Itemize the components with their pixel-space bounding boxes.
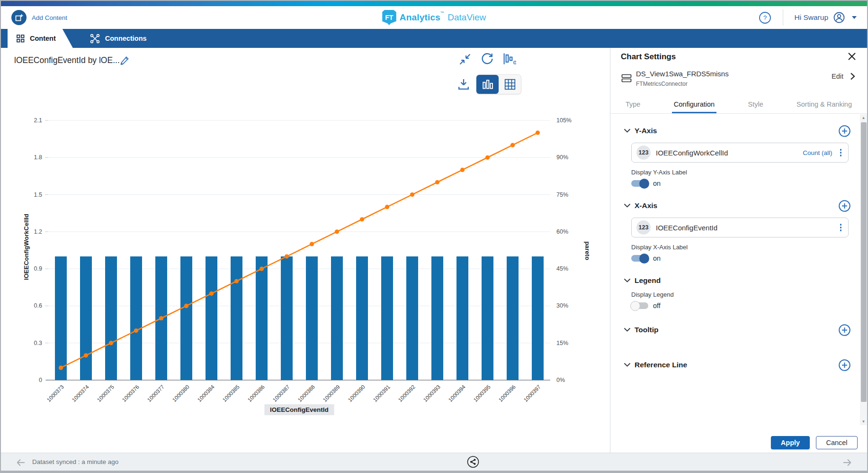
x-axis-field-name: IOEEConfigEventId <box>656 224 717 232</box>
add-content-button[interactable]: Add Content <box>11 10 67 25</box>
y-axis-title: lOEEConfigWorkCellId <box>23 214 30 280</box>
right-axis-tick-label: 45% <box>556 265 568 272</box>
pareto-point[interactable] <box>536 130 540 135</box>
tab-style[interactable]: Style <box>746 96 765 113</box>
bar[interactable] <box>105 256 117 380</box>
display-legend-toggle[interactable] <box>631 302 648 309</box>
tab-sorting-ranking[interactable]: Sorting & Ranking <box>795 96 854 113</box>
pareto-point[interactable] <box>260 267 264 271</box>
pareto-point[interactable] <box>310 242 314 246</box>
pareto-point[interactable] <box>510 143 515 147</box>
display-y-axis-toggle-row: on <box>631 180 851 187</box>
bar[interactable] <box>507 256 519 380</box>
user-greeting: Hi Swarup <box>795 13 829 22</box>
x-axis-tick-label: 1000376 <box>121 384 140 403</box>
close-icon[interactable] <box>847 52 857 63</box>
bar[interactable] <box>231 256 242 380</box>
pareto-point[interactable] <box>109 341 113 345</box>
scrollbar-down-arrow[interactable]: ▼ <box>860 418 867 425</box>
bar[interactable] <box>532 256 544 380</box>
display-legend-toggle-row: off <box>631 302 851 309</box>
pareto-point[interactable] <box>285 254 289 258</box>
back-arrow-icon[interactable] <box>15 457 27 470</box>
display-y-axis-toggle[interactable] <box>631 180 648 187</box>
bar[interactable] <box>381 256 393 380</box>
reference-line-section-title: Reference Line <box>635 361 687 369</box>
pareto-point[interactable] <box>410 192 414 197</box>
pareto-point[interactable] <box>360 217 364 221</box>
display-x-axis-toggle[interactable] <box>631 255 648 262</box>
pareto-point[interactable] <box>435 180 439 184</box>
pareto-point[interactable] <box>335 229 339 234</box>
bar[interactable] <box>456 256 468 380</box>
y-axis-field-name: IOEEConfigWorkCellId <box>656 149 728 157</box>
bar[interactable] <box>256 256 268 380</box>
tab-type[interactable]: Type <box>624 96 642 113</box>
x-axis-title: lOEEConfigEventId <box>270 406 329 413</box>
pareto-point[interactable] <box>385 205 389 209</box>
y-axis-kebab-menu-icon[interactable] <box>838 148 844 157</box>
pareto-point[interactable] <box>159 316 163 320</box>
x-axis-field-card[interactable]: 123 IOEEConfigEventId <box>631 218 849 237</box>
svg-text:?: ? <box>763 14 766 21</box>
right-axis-tick-label: 75% <box>556 191 568 198</box>
help-button[interactable]: ? <box>759 11 771 24</box>
pareto-point[interactable] <box>184 304 188 308</box>
chevron-down-icon[interactable] <box>624 128 631 134</box>
bar[interactable] <box>130 256 142 380</box>
chevron-down-icon[interactable] <box>624 362 631 368</box>
x-axis-tick-label: 1000387 <box>272 384 291 403</box>
bar[interactable] <box>80 256 92 380</box>
section-reference-line: Reference Line <box>624 361 851 369</box>
tab-content[interactable]: Content <box>8 29 73 48</box>
chevron-right-icon[interactable] <box>848 72 857 82</box>
cancel-button[interactable]: Cancel <box>816 436 858 449</box>
main-body: lOEEConfigEventId by lOE... ⚙ <box>1 48 867 453</box>
bar[interactable] <box>331 256 343 380</box>
display-x-axis-label-text: Display X-Axis Label <box>631 244 851 251</box>
pareto-point[interactable] <box>209 291 214 296</box>
chevron-down-icon[interactable] <box>624 203 631 209</box>
bar[interactable] <box>306 256 318 380</box>
bar[interactable] <box>180 256 192 380</box>
bar[interactable] <box>356 256 368 380</box>
pareto-point[interactable] <box>485 155 490 160</box>
bar[interactable] <box>431 256 443 380</box>
scrollbar-up-arrow[interactable]: ▲ <box>860 114 867 121</box>
brand-gradient-strip <box>1 1 867 6</box>
bar[interactable] <box>482 256 493 380</box>
bar[interactable] <box>206 256 217 380</box>
pareto-point[interactable] <box>59 365 63 370</box>
tab-connections-label: Connections <box>105 35 147 42</box>
add-y-axis-field-icon[interactable] <box>838 125 851 139</box>
add-x-axis-field-icon[interactable] <box>838 200 851 214</box>
add-reference-line-icon[interactable] <box>838 359 851 373</box>
section-tooltip: Tooltip <box>624 326 851 334</box>
pareto-point[interactable] <box>460 168 465 172</box>
scrollbar-thumb[interactable] <box>861 122 867 402</box>
bar[interactable] <box>281 256 293 380</box>
add-tooltip-field-icon[interactable] <box>838 324 851 338</box>
user-icon[interactable] <box>833 11 845 24</box>
bar[interactable] <box>406 256 418 380</box>
forward-arrow-icon[interactable] <box>841 457 853 470</box>
chevron-down-icon[interactable] <box>624 327 631 333</box>
y-axis-aggregation[interactable]: Count (all) <box>803 149 832 156</box>
display-x-axis-toggle-row: on <box>631 255 851 262</box>
numeric-field-badge: 123 <box>636 146 651 160</box>
user-menu-caret-icon[interactable] <box>852 16 857 19</box>
apply-button[interactable]: Apply <box>771 436 810 449</box>
panel-scrollbar[interactable]: ▲ ▼ <box>860 114 867 425</box>
pareto-point[interactable] <box>134 328 138 333</box>
bar[interactable] <box>55 256 67 380</box>
tab-configuration[interactable]: Configuration <box>672 96 716 113</box>
chevron-down-icon[interactable] <box>624 278 631 283</box>
y-axis-field-card[interactable]: 123 IOEEConfigWorkCellId Count (all) <box>631 143 849 163</box>
pareto-point[interactable] <box>84 353 88 357</box>
x-axis-kebab-menu-icon[interactable] <box>838 223 844 232</box>
share-icon[interactable] <box>466 455 479 470</box>
x-axis-tick-label: 1000375 <box>96 384 115 403</box>
tab-connections[interactable]: Connections <box>81 29 156 48</box>
pareto-point[interactable] <box>234 279 239 283</box>
edit-dataset-link[interactable]: Edit <box>832 73 843 80</box>
